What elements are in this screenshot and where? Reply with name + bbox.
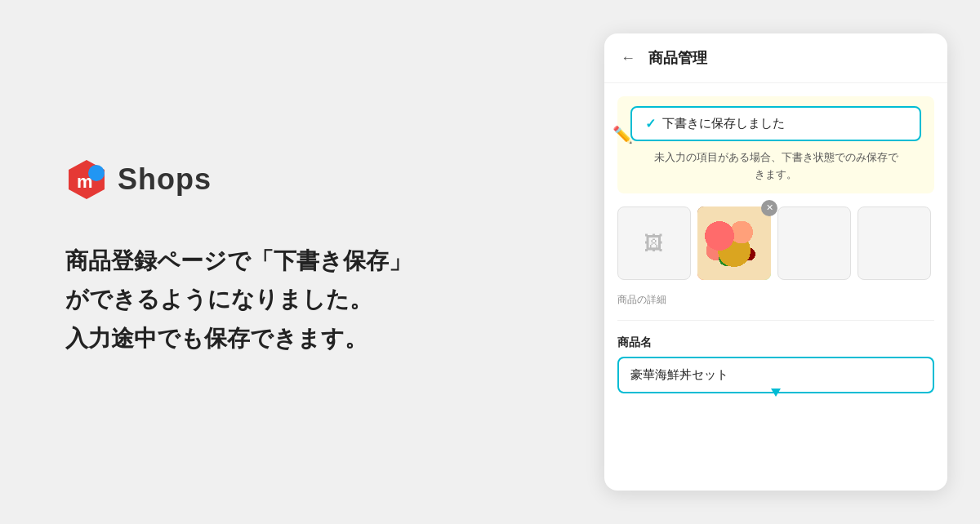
phone-header: ← 商品管理 [604,33,947,83]
main-text-line2: ができるようになりました。 [65,280,523,319]
pencil-icon: ✏️ [612,125,633,144]
page-title: 商品管理 [648,48,707,68]
image-section: 🖼 ✕ [617,206,934,280]
left-section: m Shops 商品登録ページで「下書き保存」 ができるようになりました。 入力… [0,0,572,524]
logo-area: m Shops [65,158,523,201]
image-placeholder-1[interactable]: 🖼 [617,206,691,280]
right-section: ← 商品管理 ✏️ ✓ 下書きに保存しました 未入力の項目がある場合、下書き状態… [572,0,980,524]
field-label: 商品名 [617,335,934,350]
main-text-line3: 入力途中でも保存できます。 [65,319,523,358]
input-wrapper [617,357,934,393]
image-placeholder-icon: 🖼 [644,232,664,255]
logo-icon: m [65,158,108,201]
image-placeholder-2[interactable] [777,206,851,280]
image-uploaded[interactable]: ✕ [697,206,771,280]
saved-text: 下書きに保存しました [662,116,785,131]
notice-box: ✏️ ✓ 下書きに保存しました 未入力の項目がある場合、下書き状態でのみ保存でき… [617,96,934,193]
logo-text: Shops [118,162,212,197]
remove-image-button[interactable]: ✕ [761,200,777,216]
saved-notice: ✓ 下書きに保存しました [630,106,921,141]
main-description: 商品登録ページで「下書き保存」 ができるようになりました。 入力途中でも保存でき… [65,242,523,358]
check-icon: ✓ [645,116,656,131]
cursor-indicator [771,389,781,397]
main-text-line1: 商品登録ページで「下書き保存」 [65,242,523,281]
food-image [697,206,771,280]
svg-point-2 [88,165,105,181]
divider [617,320,934,321]
phone-mockup: ← 商品管理 ✏️ ✓ 下書きに保存しました 未入力の項目がある場合、下書き状態… [604,33,947,491]
form-section: 商品の詳細 商品名 [604,280,947,393]
image-placeholder-3[interactable] [858,206,931,280]
notice-description: 未入力の項目がある場合、下書き状態でのみ保存できます。 [630,149,921,184]
section-label: 商品の詳細 [617,293,934,307]
back-button[interactable]: ← [621,50,635,67]
